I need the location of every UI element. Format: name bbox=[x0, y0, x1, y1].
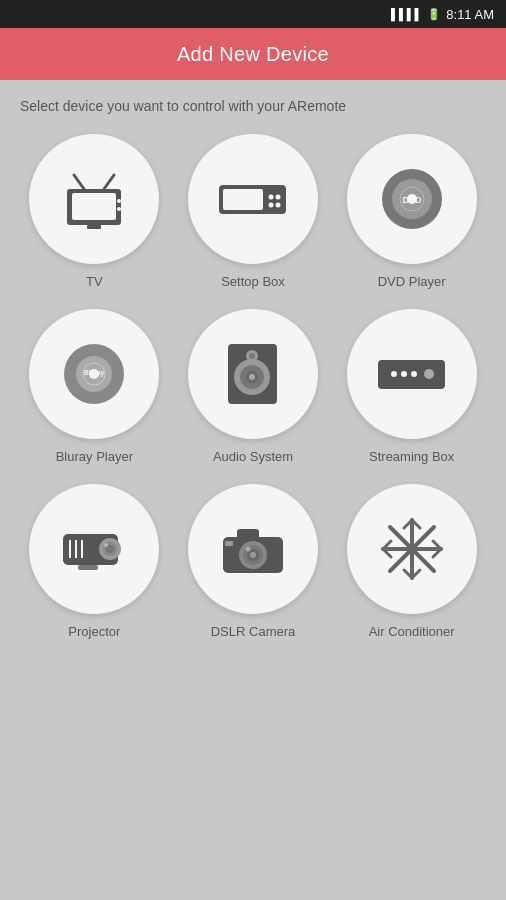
device-item-dslr-camera[interactable]: DSLR Camera bbox=[179, 484, 328, 639]
status-icons: ▌▌▌▌ 🔋 8:11 AM bbox=[391, 7, 494, 22]
status-time: 8:11 AM bbox=[446, 7, 494, 22]
subtitle-text: Select device you want to control with y… bbox=[0, 80, 506, 124]
svg-point-31 bbox=[391, 371, 397, 377]
device-circle-settop-box bbox=[188, 134, 318, 264]
device-item-audio-system[interactable]: Audio System bbox=[179, 309, 328, 464]
svg-point-33 bbox=[411, 371, 417, 377]
svg-line-3 bbox=[104, 175, 114, 189]
streaming-box-icon bbox=[374, 352, 449, 397]
svg-rect-42 bbox=[78, 565, 98, 570]
device-item-streaming-box[interactable]: Streaming Box bbox=[337, 309, 486, 464]
device-circle-audio-system bbox=[188, 309, 318, 439]
air-conditioner-icon bbox=[377, 514, 447, 584]
svg-point-32 bbox=[401, 371, 407, 377]
dslr-camera-icon bbox=[217, 519, 289, 579]
svg-point-6 bbox=[117, 207, 121, 211]
app-header: Add New Device bbox=[0, 28, 506, 80]
device-grid: TV Settop Box DVD bbox=[0, 124, 506, 659]
settop-box-icon bbox=[215, 177, 290, 222]
svg-point-11 bbox=[269, 202, 274, 207]
device-circle-streaming-box bbox=[347, 309, 477, 439]
page-title: Add New Device bbox=[177, 43, 329, 66]
svg-rect-4 bbox=[87, 225, 101, 229]
svg-point-5 bbox=[117, 199, 121, 203]
svg-point-64 bbox=[407, 544, 417, 554]
svg-point-27 bbox=[249, 374, 255, 380]
device-label-audio-system: Audio System bbox=[213, 449, 293, 464]
svg-rect-1 bbox=[72, 193, 116, 220]
device-label-projector: Projector bbox=[68, 624, 120, 639]
device-item-tv[interactable]: TV bbox=[20, 134, 169, 289]
device-item-air-conditioner[interactable]: Air Conditioner bbox=[337, 484, 486, 639]
device-circle-bluray-player: Bluray bbox=[29, 309, 159, 439]
tv-icon bbox=[59, 169, 129, 229]
device-label-dvd-player: DVD Player bbox=[378, 274, 446, 289]
device-label-tv: TV bbox=[86, 274, 103, 289]
device-item-bluray-player[interactable]: Bluray Bluray Player bbox=[20, 309, 169, 464]
svg-point-34 bbox=[424, 369, 434, 379]
status-bar: ▌▌▌▌ 🔋 8:11 AM bbox=[0, 0, 506, 28]
svg-point-9 bbox=[269, 194, 274, 199]
device-label-bluray-player: Bluray Player bbox=[56, 449, 133, 464]
signal-icon: ▌▌▌▌ bbox=[391, 8, 422, 20]
audio-system-icon bbox=[220, 339, 285, 409]
svg-line-2 bbox=[74, 175, 84, 189]
device-circle-dvd-player: DVD bbox=[347, 134, 477, 264]
device-item-dvd-player[interactable]: DVD DVD Player bbox=[337, 134, 486, 289]
device-circle-dslr-camera bbox=[188, 484, 318, 614]
svg-point-21 bbox=[89, 369, 99, 379]
svg-point-43 bbox=[104, 543, 108, 547]
svg-point-16 bbox=[407, 194, 417, 204]
device-item-settop-box[interactable]: Settop Box bbox=[179, 134, 328, 289]
svg-rect-50 bbox=[225, 541, 233, 546]
dvd-player-icon: DVD bbox=[377, 164, 447, 234]
projector-icon bbox=[58, 522, 130, 577]
svg-rect-8 bbox=[223, 189, 263, 210]
device-label-air-conditioner: Air Conditioner bbox=[369, 624, 455, 639]
svg-point-10 bbox=[276, 194, 281, 199]
device-circle-projector bbox=[29, 484, 159, 614]
device-label-dslr-camera: DSLR Camera bbox=[211, 624, 296, 639]
svg-rect-45 bbox=[237, 529, 259, 541]
device-circle-air-conditioner bbox=[347, 484, 477, 614]
device-label-streaming-box: Streaming Box bbox=[369, 449, 454, 464]
bluray-icon: Bluray bbox=[59, 339, 129, 409]
svg-point-49 bbox=[250, 552, 256, 558]
battery-icon: 🔋 bbox=[427, 8, 441, 21]
device-label-settop-box: Settop Box bbox=[221, 274, 285, 289]
svg-point-51 bbox=[245, 547, 250, 552]
svg-point-29 bbox=[249, 353, 255, 359]
svg-point-12 bbox=[276, 202, 281, 207]
device-item-projector[interactable]: Projector bbox=[20, 484, 169, 639]
device-circle-tv bbox=[29, 134, 159, 264]
